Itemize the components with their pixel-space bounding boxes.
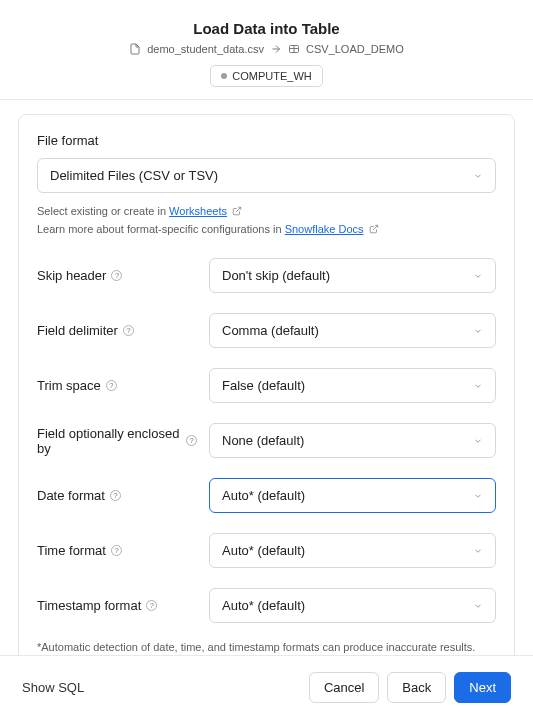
chevron-down-icon (473, 171, 483, 181)
chevron-down-icon (473, 326, 483, 336)
file-icon (129, 43, 141, 55)
skip-header-label: Skip header (37, 268, 106, 283)
show-sql-link[interactable]: Show SQL (22, 680, 84, 695)
worksheets-link[interactable]: Worksheets (169, 205, 227, 217)
next-button[interactable]: Next (454, 672, 511, 703)
date-format-label: Date format (37, 488, 105, 503)
auto-detect-footnote: *Automatic detection of date, time, and … (37, 641, 496, 653)
trim-space-select[interactable]: False (default) (209, 368, 496, 403)
field-enclosed-row: Field optionally enclosed by ? None (def… (37, 423, 496, 458)
warehouse-selector[interactable]: COMPUTE_WH (210, 65, 322, 87)
chevron-down-icon (473, 436, 483, 446)
time-format-select[interactable]: Auto* (default) (209, 533, 496, 568)
dialog-header: Load Data into Table demo_student_data.c… (0, 0, 533, 100)
field-enclosed-label: Field optionally enclosed by (37, 426, 181, 456)
field-delimiter-row: Field delimiter ? Comma (default) (37, 313, 496, 348)
field-delimiter-select[interactable]: Comma (default) (209, 313, 496, 348)
helper-text: Select existing or create in Worksheets … (37, 203, 496, 238)
skip-header-select[interactable]: Don't skip (default) (209, 258, 496, 293)
chevron-down-icon (473, 546, 483, 556)
back-button[interactable]: Back (387, 672, 446, 703)
file-format-select[interactable]: Delimited Files (CSV or TSV) (37, 158, 496, 193)
table-icon (288, 43, 300, 55)
info-icon[interactable]: ? (146, 600, 157, 611)
date-format-row: Date format ? Auto* (default) (37, 478, 496, 513)
target-table-name: CSV_LOAD_DEMO (306, 43, 404, 55)
chevron-down-icon (473, 381, 483, 391)
info-icon[interactable]: ? (110, 490, 121, 501)
dialog-content: File format Delimited Files (CSV or TSV)… (0, 100, 533, 655)
trim-space-row: Trim space ? False (default) (37, 368, 496, 403)
file-format-value: Delimited Files (CSV or TSV) (50, 168, 218, 183)
info-icon[interactable]: ? (106, 380, 117, 391)
arrow-right-icon (270, 43, 282, 55)
status-dot-icon (221, 73, 227, 79)
footer-buttons: Cancel Back Next (309, 672, 511, 703)
chevron-down-icon (473, 271, 483, 281)
dialog-footer: Show SQL Cancel Back Next (0, 655, 533, 719)
time-format-row: Time format ? Auto* (default) (37, 533, 496, 568)
snowflake-docs-link[interactable]: Snowflake Docs (285, 223, 364, 235)
date-format-select[interactable]: Auto* (default) (209, 478, 496, 513)
svg-line-5 (373, 225, 378, 230)
cancel-button[interactable]: Cancel (309, 672, 379, 703)
svg-line-4 (236, 207, 241, 212)
info-icon[interactable]: ? (186, 435, 197, 446)
source-file-name: demo_student_data.csv (147, 43, 264, 55)
external-link-icon (369, 224, 379, 234)
info-icon[interactable]: ? (111, 545, 122, 556)
dialog-title: Load Data into Table (0, 20, 533, 37)
field-delimiter-label: Field delimiter (37, 323, 118, 338)
info-icon[interactable]: ? (111, 270, 122, 281)
external-link-icon (232, 206, 242, 216)
chevron-down-icon (473, 491, 483, 501)
field-enclosed-select[interactable]: None (default) (209, 423, 496, 458)
breadcrumb: demo_student_data.csv CSV_LOAD_DEMO (0, 43, 533, 55)
time-format-label: Time format (37, 543, 106, 558)
file-format-label: File format (37, 133, 496, 148)
skip-header-row: Skip header ? Don't skip (default) (37, 258, 496, 293)
timestamp-format-select[interactable]: Auto* (default) (209, 588, 496, 623)
chevron-down-icon (473, 601, 483, 611)
info-icon[interactable]: ? (123, 325, 134, 336)
timestamp-format-label: Timestamp format (37, 598, 141, 613)
trim-space-label: Trim space (37, 378, 101, 393)
timestamp-format-row: Timestamp format ? Auto* (default) (37, 588, 496, 623)
file-format-card: File format Delimited Files (CSV or TSV)… (18, 114, 515, 655)
warehouse-name: COMPUTE_WH (232, 70, 311, 82)
